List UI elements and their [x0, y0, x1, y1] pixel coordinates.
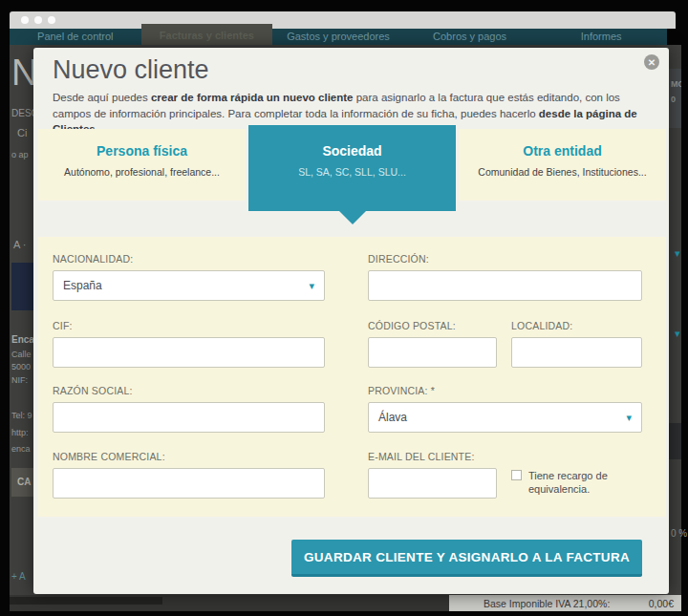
- direccion-label: DIRECCIÓN:: [368, 253, 429, 265]
- bg-text-fragment: 0 %: [671, 528, 687, 539]
- bg-text-fragment: o ap: [11, 150, 29, 159]
- nacionalidad-select[interactable]: España ▾: [53, 270, 325, 301]
- bg-text-fragment: Enca: [11, 334, 34, 345]
- tab-title: Otra entidad: [459, 143, 666, 159]
- invoice-total-label: Base Imponible IVA 21,00%:: [484, 598, 610, 609]
- nav-item-informes[interactable]: Informes: [535, 29, 667, 45]
- razon-social-field[interactable]: [53, 402, 325, 433]
- tab-sociedad[interactable]: Sociedad SL, SA, SC, SLL, SLU...: [248, 125, 456, 211]
- active-tab-arrow: [339, 211, 366, 224]
- codigo-postal-field[interactable]: [368, 337, 497, 368]
- nav-item-facturas-y-clientes[interactable]: Facturas y clientes: [141, 24, 273, 45]
- recargo-equivalencia-checkbox[interactable]: Tiene recargo de equivalencia.: [511, 469, 645, 497]
- invoice-total-value: 0,00€: [649, 598, 674, 609]
- checkbox-icon[interactable]: [511, 470, 522, 480]
- provincia-label: PROVINCIA: *: [368, 385, 435, 396]
- window-titlebar: [10, 11, 676, 29]
- bg-invoice-total-row: Base Imponible IVA 21,00%: 0,00€: [449, 595, 681, 611]
- bg-text-fragment: NIF:: [11, 375, 28, 385]
- cif-field[interactable]: [53, 337, 325, 368]
- window-dot-icon: [21, 16, 29, 24]
- window-dot-icon: [48, 16, 55, 24]
- email-field[interactable]: [368, 468, 497, 499]
- chevron-down-icon: ▾: [675, 328, 680, 340]
- chevron-down-icon: ▾: [675, 247, 680, 260]
- tab-subtitle: SL, SA, SC, SLL, SLU...: [248, 166, 456, 178]
- nombre-comercial-field[interactable]: [53, 468, 325, 499]
- nacionalidad-value: España: [63, 279, 102, 292]
- codigo-postal-label: CÓDIGO POSTAL:: [368, 320, 456, 331]
- email-label: E-MAIL DEL CLIENTE:: [368, 451, 475, 462]
- app-window: Panel de control Facturas y clientes Gas…: [0, 0, 688, 616]
- nav-item-cobros-y-pagos[interactable]: Cobros y pagos: [404, 29, 536, 45]
- main-nav: Panel de control Facturas y clientes Gas…: [10, 29, 667, 45]
- save-client-button[interactable]: GUARDAR CLIENTE Y ASIGNARLO A LA FACTURA: [291, 540, 642, 577]
- modal-title: Nuevo cliente: [53, 55, 209, 85]
- bg-text-fragment: enca: [11, 444, 31, 454]
- client-type-tabs: Persona física Autónomo, profesional, fr…: [38, 129, 666, 201]
- bg-right-box: [669, 423, 681, 459]
- direccion-field[interactable]: [368, 270, 642, 301]
- bg-text-fragment: Ci: [17, 127, 27, 138]
- bg-text-fragment: http:: [11, 428, 29, 437]
- bg-right-box: MO0: [669, 69, 681, 128]
- new-client-modal: ✕ Nuevo cliente Desde aquí puedes crear …: [33, 48, 669, 594]
- client-form: NACIONALIDAD: España ▾ CIF: RAZÓN SOCIAL…: [38, 237, 666, 517]
- bg-text-fragment: 5000: [11, 362, 31, 372]
- scrollbar[interactable]: [10, 597, 162, 605]
- chevron-down-icon: ▾: [309, 280, 314, 292]
- tab-title: Persona física: [38, 143, 246, 159]
- localidad-label: LOCALIDAD:: [511, 320, 572, 331]
- close-icon[interactable]: ✕: [644, 54, 659, 70]
- bg-add-link-fragment: + A: [11, 571, 26, 582]
- cif-label: CIF:: [53, 320, 73, 331]
- provincia-select[interactable]: Álava ▾: [368, 402, 642, 433]
- chevron-down-icon: ▾: [626, 412, 632, 424]
- tab-title: Sociedad: [248, 143, 456, 159]
- tab-subtitle: Comunidad de Bienes, Instituciones...: [459, 166, 666, 178]
- checkbox-label: Tiene recargo de equivalencia.: [528, 469, 645, 497]
- nav-item-panel-de-control[interactable]: Panel de control: [10, 29, 141, 45]
- tab-subtitle: Autónomo, profesional, freelance...: [38, 166, 246, 178]
- window-dot-icon: [34, 16, 42, 24]
- nacionalidad-label: NACIONALIDAD:: [53, 253, 133, 265]
- bg-text-fragment: Tel: 9: [11, 411, 32, 420]
- nombre-comercial-label: NOMBRE COMERCIAL:: [53, 451, 165, 462]
- bg-text-fragment: A ·: [13, 239, 26, 250]
- tab-otra-entidad[interactable]: Otra entidad Comunidad de Bienes, Instit…: [459, 129, 666, 201]
- razon-social-label: RAZÓN SOCIAL:: [53, 385, 133, 396]
- localidad-field[interactable]: [511, 337, 642, 368]
- tab-persona-fisica[interactable]: Persona física Autónomo, profesional, fr…: [38, 129, 246, 201]
- bg-text-fragment: Calle: [11, 350, 32, 359]
- nav-item-gastos-y-proveedores[interactable]: Gastos y proveedores: [272, 29, 404, 45]
- provincia-value: Álava: [378, 411, 407, 424]
